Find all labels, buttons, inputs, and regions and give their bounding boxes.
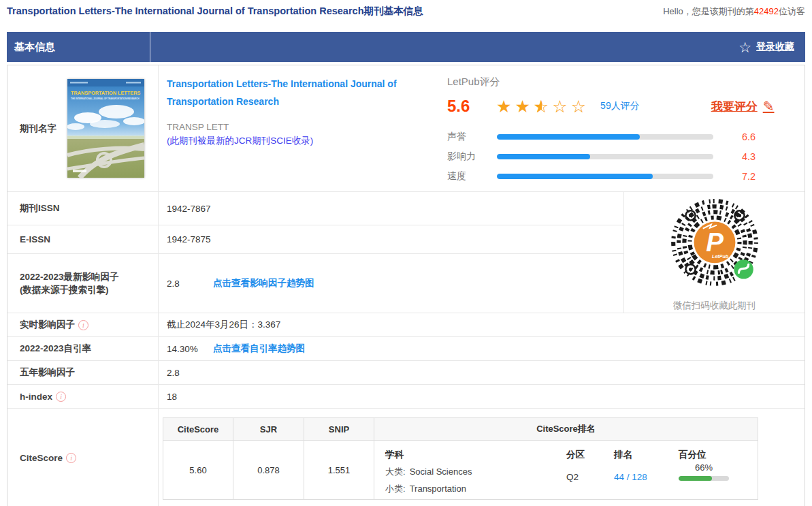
svg-text:P: P <box>706 227 724 257</box>
percentile-value: 66% <box>679 462 729 473</box>
qr-caption: 微信扫码收藏此期刊 <box>673 300 756 312</box>
h-index-value: 18 <box>159 385 805 408</box>
info-icon[interactable]: i <box>66 453 76 463</box>
rating-title: LetPub评分 <box>447 76 805 89</box>
star-rating: ★★☆★☆☆ <box>496 98 589 115</box>
sjr-col-header: SJR <box>233 418 304 441</box>
top-bar: Transportation Letters-The International… <box>0 0 812 32</box>
impact-factor-label: 2022-2023最新影响因子 (数据来源于搜索引擎) <box>7 254 159 313</box>
wechat-miniprogram-icon <box>734 259 753 279</box>
snip-col-header: SNIP <box>304 418 374 441</box>
citescore-table: CiteScore SJR SNIP CiteScore排名 5.60 0.87… <box>163 417 758 500</box>
self-citation-trend-link[interactable]: 点击查看自引率趋势图 <box>213 343 305 355</box>
svg-text:TRANSPORTATION LETTERS: TRANSPORTATION LETTERS <box>71 90 140 96</box>
info-icon[interactable]: i <box>78 320 88 330</box>
rating-score: 5.6 <box>447 97 496 116</box>
issn-label: 期刊ISSN <box>7 192 159 225</box>
impact-factor-value: 2.8 <box>167 279 213 289</box>
partition-value: Q2 <box>566 472 614 482</box>
realtime-if-label: 实时影响因子 i <box>7 313 159 336</box>
issn-if-rows: 期刊ISSN 1942-7867 E-ISSN 1942-7875 2022-2… <box>7 192 623 313</box>
rank-link[interactable]: 44 / 128 <box>614 472 647 482</box>
row-citescore: CiteScore i CiteScore SJR SNIP CiteScore… <box>7 409 805 506</box>
percentile-column: 百分位 66% <box>679 447 747 494</box>
citescore-label: CiteScore i <box>7 409 159 506</box>
info-icon[interactable]: i <box>56 392 66 402</box>
sjr-value: 0.878 <box>233 441 304 499</box>
row-journal-name: 期刊名字 TRANSPORTATION LETTER <box>7 65 805 192</box>
major-category: 大类:Social Sciences <box>385 466 566 478</box>
row-h-index: h-index i 18 <box>7 385 805 409</box>
row-five-year-if: 五年影响因子 2.8 <box>7 361 805 385</box>
wechat-qr-cell: P LetPub 微信扫码收藏此期刊 <box>623 192 805 313</box>
pencil-icon: ✎ <box>763 98 775 114</box>
section-header-bar: 基本信息 ☆ 登录收藏 <box>7 32 805 62</box>
five-year-if-label: 五年影响因子 <box>7 361 159 384</box>
speed-bar <box>497 174 713 179</box>
eissn-label: E-ISSN <box>7 225 159 253</box>
rate-journal-button[interactable]: 我要评分✎ <box>711 98 775 114</box>
scie-note-link[interactable]: (此期刊被最新的JCR期刊SCIE收录) <box>167 135 313 147</box>
eissn-value: 1942-7875 <box>159 225 623 253</box>
journal-name-label-cell: 期刊名字 TRANSPORTATION LETTER <box>7 65 159 191</box>
self-citation-label: 2022-2023自引率 <box>7 337 159 360</box>
row-eissn: E-ISSN 1942-7875 <box>7 225 623 254</box>
row-realtime-if: 实时影响因子 i 截止2024年3月26日：3.367 <box>7 313 805 337</box>
citescore-rank-col-header: CiteScore排名 <box>374 418 758 441</box>
influence-bar <box>497 154 713 159</box>
journal-title-block: Transportation Letters-The International… <box>167 74 447 147</box>
issn-value: 1942-7867 <box>159 192 623 225</box>
star-half-icon: ☆★ <box>534 98 549 115</box>
metric-reputation: 声誉 6.6 <box>447 127 805 146</box>
citescore-ranking-cell: 学科 大类:Social Sciences 小类:Transportation … <box>374 441 758 499</box>
self-citation-value: 14.30% <box>167 344 213 354</box>
percentile-bar <box>679 476 729 481</box>
citescore-content: CiteScore SJR SNIP CiteScore排名 5.60 0.87… <box>159 409 805 506</box>
row-issn: 期刊ISSN 1942-7867 <box>7 192 623 225</box>
realtime-if-value: 截止2024年3月26日：3.367 <box>159 313 805 336</box>
svg-text:LetPub: LetPub <box>712 254 729 259</box>
h-index-label: h-index i <box>7 385 159 408</box>
svg-text:THE INTERNATIONAL JOURNAL OF T: THE INTERNATIONAL JOURNAL OF TRANSPORTAT… <box>71 97 140 100</box>
metric-speed: 速度 7.2 <box>447 166 805 186</box>
journal-cover-art: TRANSPORTATION LETTERS THE INTERNATIONAL… <box>67 79 144 178</box>
journal-cover-image[interactable]: TRANSPORTATION LETTERS THE INTERNATIONAL… <box>67 79 144 178</box>
rating-metrics: 声誉 6.6 影响力 4.3 速度 7.2 <box>447 127 805 186</box>
raters-count-link[interactable]: 59人评分 <box>600 100 640 112</box>
impact-factor-trend-link[interactable]: 点击查看影响因子趋势图 <box>213 277 314 289</box>
journal-name-content: Transportation Letters-The International… <box>159 65 805 191</box>
citescore-value: 5.60 <box>163 441 233 499</box>
five-year-if-value: 2.8 <box>159 361 805 384</box>
snip-value: 1.551 <box>304 441 374 499</box>
journal-name-link-line1[interactable]: Transportation Letters-The International… <box>167 75 447 93</box>
score-row: 5.6 ★★☆★☆☆ 59人评分 我要评分✎ <box>447 95 805 117</box>
section-title: 基本信息 <box>14 41 55 54</box>
journal-name-link-line2[interactable]: Transportation Research <box>167 93 447 110</box>
visitor-count: 42492 <box>754 6 779 16</box>
journal-info-table: 期刊名字 TRANSPORTATION LETTER <box>7 65 805 506</box>
star-icon[interactable]: ☆ <box>738 40 751 54</box>
letpub-logo: P LetPub <box>694 222 735 264</box>
page-title: Transportation Letters-The International… <box>7 5 423 18</box>
letpub-rating-panel: LetPub评分 5.6 ★★☆★☆☆ 59人评分 我要评分✎ 声誉 6.6 <box>447 74 805 186</box>
visitor-prefix: Hello，您是该期刊的第 <box>663 6 754 16</box>
favorite-area: ☆ 登录收藏 <box>738 40 805 54</box>
citescore-col-header: CiteScore <box>163 418 233 441</box>
impact-factor-value-cell: 2.8 点击查看影响因子趋势图 <box>159 254 623 313</box>
partition-column: 分区 Q2 <box>566 447 614 494</box>
star-full-icon: ★ <box>515 98 530 115</box>
metric-influence: 影响力 4.3 <box>447 146 805 166</box>
self-citation-value-cell: 14.30% 点击查看自引率趋势图 <box>159 337 805 360</box>
visitor-suffix: 位访客 <box>779 6 805 16</box>
row-impact-factor: 2022-2023最新影响因子 (数据来源于搜索引擎) 2.8 点击查看影响因子… <box>7 254 623 313</box>
wechat-qr-code: P LetPub <box>663 195 766 299</box>
login-favorite-link[interactable]: 登录收藏 <box>756 41 794 53</box>
issn-if-qr-section: 期刊ISSN 1942-7867 E-ISSN 1942-7875 2022-2… <box>7 192 805 313</box>
rank-column: 排名 44 / 128 <box>614 447 679 494</box>
star-full-icon: ★ <box>496 98 511 115</box>
star-empty-icon: ☆ <box>552 98 567 115</box>
visitor-counter: Hello，您是该期刊的第42492位访客 <box>663 5 805 18</box>
star-empty-icon: ☆ <box>571 98 586 115</box>
section-title-cell: 基本信息 <box>7 32 150 62</box>
subject-block: 学科 大类:Social Sciences 小类:Transportation <box>385 447 566 494</box>
